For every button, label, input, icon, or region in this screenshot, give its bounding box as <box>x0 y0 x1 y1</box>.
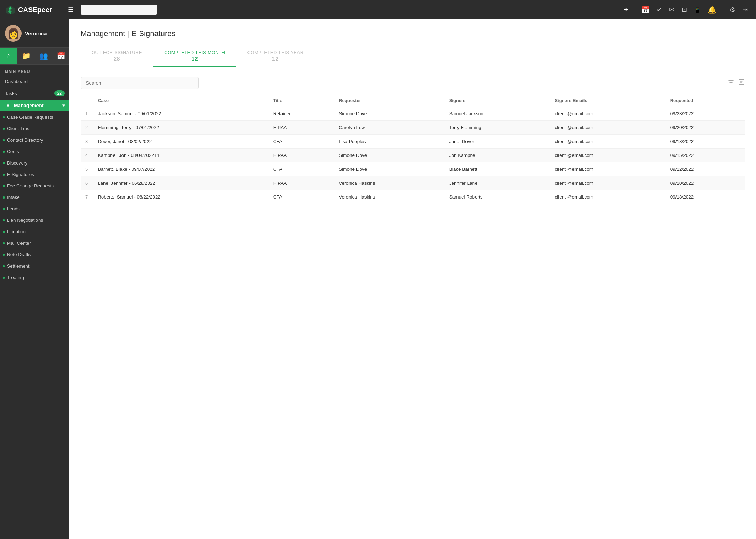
svg-rect-3 <box>739 80 744 85</box>
nav-icon-folder[interactable]: 📁 <box>17 48 35 64</box>
sidebar-item-label: Client Trust <box>7 126 31 131</box>
cell-requested: 09/23/2022 <box>665 107 745 121</box>
table-row[interactable]: 4 Kampbel, Jon - 08/04/2022+1 HIPAA Simo… <box>81 149 745 162</box>
cell-signers: Jennifer Lane <box>444 176 550 190</box>
nav-icon-calendar[interactable]: 📅 <box>52 48 69 64</box>
sidebar-item-tasks[interactable]: Tasks 22 <box>0 87 69 100</box>
sidebar-item-treating[interactable]: Treating <box>0 272 69 283</box>
col-signers: Signers <box>444 94 550 107</box>
cell-signers: Janet Dover <box>444 135 550 149</box>
sidebar-item-mail-center[interactable]: Mail Center <box>0 237 69 249</box>
sidebar-item-contact-directory[interactable]: Contact Directory <box>0 134 69 146</box>
sidebar-item-label: Mail Center <box>7 241 31 246</box>
app-logo[interactable]: CASEpeer <box>6 5 61 15</box>
bell-button[interactable]: 🔔 <box>705 4 719 15</box>
sub-dot <box>3 277 5 279</box>
table-row[interactable]: 1 Jackson, Samuel - 09/01/2022 Retainer … <box>81 107 745 121</box>
add-button[interactable]: + <box>621 4 631 16</box>
user-name: Veronica <box>25 31 47 36</box>
sub-dot <box>3 219 5 221</box>
sidebar-item-lien-negotiations[interactable]: Lien Negotiations <box>0 214 69 226</box>
nav-icon-home[interactable]: ⌂ <box>0 48 17 64</box>
tasks-button[interactable]: ✔ <box>654 5 665 15</box>
sub-dot <box>3 174 5 176</box>
table-toolbar <box>81 77 745 89</box>
sidebar-item-case-grade[interactable]: Case Grade Requests <box>0 111 69 123</box>
cell-requester: Simone Dove <box>334 149 444 162</box>
sidebar-item-label: Costs <box>7 149 19 154</box>
sidebar-item-fee-change[interactable]: Fee Change Requests <box>0 180 69 192</box>
col-title: Title <box>268 94 334 107</box>
calendar-button[interactable]: 📅 <box>638 4 653 15</box>
cell-requester: Simone Dove <box>334 107 444 121</box>
cell-emails: client @email.com <box>550 135 665 149</box>
management-label: Management <box>14 103 44 108</box>
cell-requester: Veronica Haskins <box>334 176 444 190</box>
sidebar-item-settlement[interactable]: Settlement <box>0 260 69 272</box>
sidebar-item-label: Note Drafts <box>7 252 31 257</box>
cell-title: CFA <box>268 162 334 176</box>
table-row[interactable]: 6 Lane, Jennifer - 06/28/2022 HIPAA Vero… <box>81 176 745 190</box>
global-search-input[interactable] <box>81 5 157 15</box>
sidebar-item-client-trust[interactable]: Client Trust <box>0 123 69 134</box>
sidebar-item-costs[interactable]: Costs <box>0 146 69 157</box>
sidebar-item-intake[interactable]: Intake <box>0 192 69 203</box>
cell-requested: 09/18/2022 <box>665 190 745 204</box>
table-row[interactable]: 5 Barnett, Blake - 09/07/2022 CFA Simone… <box>81 162 745 176</box>
settings-button[interactable]: ⚙ <box>726 4 738 15</box>
mail-button[interactable]: ✉ <box>666 4 678 15</box>
hamburger-button[interactable]: ☰ <box>65 5 76 15</box>
cell-emails: client @email.com <box>550 176 665 190</box>
table-row[interactable]: 3 Dover, Janet - 08/02/2022 CFA Lisa Peo… <box>81 135 745 149</box>
sidebar-item-label: Fee Change Requests <box>7 183 54 188</box>
sub-dot <box>3 265 5 267</box>
sub-dot <box>3 116 5 118</box>
main-menu-label: MAIN MENU <box>0 65 69 76</box>
sidebar-item-litigation[interactable]: Litigation <box>0 226 69 237</box>
cell-case: Kampbel, Jon - 08/04/2022+1 <box>93 149 268 162</box>
sidebar-nav-icons: ⌂ 📁 👥 📅 <box>0 48 69 65</box>
sidebar-item-esignatures[interactable]: E-Signatures <box>0 169 69 180</box>
cell-num: 5 <box>81 162 93 176</box>
tab-label: COMPLETED THIS MONTH <box>164 50 225 55</box>
cell-case: Lane, Jennifer - 06/28/2022 <box>93 176 268 190</box>
sidebar-item-label: Treating <box>7 275 24 280</box>
sidebar-item-label: E-Signatures <box>7 172 34 177</box>
signatures-table: Case Title Requester Signers Signers Ema… <box>81 94 745 204</box>
nav-icon-people[interactable]: 👥 <box>35 48 52 64</box>
tab-out-for-signature[interactable]: OUT FOR SIGNATURE 28 <box>81 47 153 67</box>
cell-requested: 09/15/2022 <box>665 149 745 162</box>
tab-completed-month[interactable]: COMPLETED THIS MONTH 12 <box>153 47 236 67</box>
table-row[interactable]: 7 Roberts, Samuel - 08/22/2022 CFA Veron… <box>81 190 745 204</box>
cell-emails: client @email.com <box>550 190 665 204</box>
table-header-row: Case Title Requester Signers Signers Ema… <box>81 94 745 107</box>
tab-completed-year[interactable]: COMPLETED THIS YEAR 12 <box>236 47 314 67</box>
sub-dot <box>3 196 5 199</box>
sidebar-item-discovery[interactable]: Discovery <box>0 157 69 169</box>
inbox-button[interactable]: ⊡ <box>679 5 690 15</box>
export-icon[interactable] <box>738 79 745 87</box>
filter-icon[interactable] <box>728 79 734 87</box>
sub-dot <box>3 185 5 187</box>
sidebar-item-leads[interactable]: Leads <box>0 203 69 214</box>
tab-count: 12 <box>247 56 303 62</box>
cell-case: Jackson, Samuel - 09/01/2022 <box>93 107 268 121</box>
cell-requester: Lisa Peoples <box>334 135 444 149</box>
cell-title: HIPAA <box>268 149 334 162</box>
table-search-input[interactable] <box>81 77 199 89</box>
col-num <box>81 94 93 107</box>
cell-signers: Blake Barnett <box>444 162 550 176</box>
sidebar-item-note-drafts[interactable]: Note Drafts <box>0 249 69 260</box>
table-row[interactable]: 2 Flemming, Terry - 07/01/2022 HIPAA Car… <box>81 121 745 135</box>
cell-requester: Carolyn Low <box>334 121 444 135</box>
mobile-button[interactable]: 📱 <box>691 5 704 15</box>
sidebar-item-management[interactable]: Management ▾ <box>0 100 69 111</box>
app-name: CASEpeer <box>18 6 52 14</box>
sidebar-item-label: Case Grade Requests <box>7 115 53 120</box>
cell-title: Retainer <box>268 107 334 121</box>
sidebar-item-label-dashboard: Dashboard <box>5 79 28 84</box>
sidebar-item-label: Discovery <box>7 160 27 166</box>
sidebar-item-dashboard[interactable]: Dashboard <box>0 76 69 87</box>
cell-title: CFA <box>268 135 334 149</box>
logout-button[interactable]: ⇥ <box>740 5 750 15</box>
